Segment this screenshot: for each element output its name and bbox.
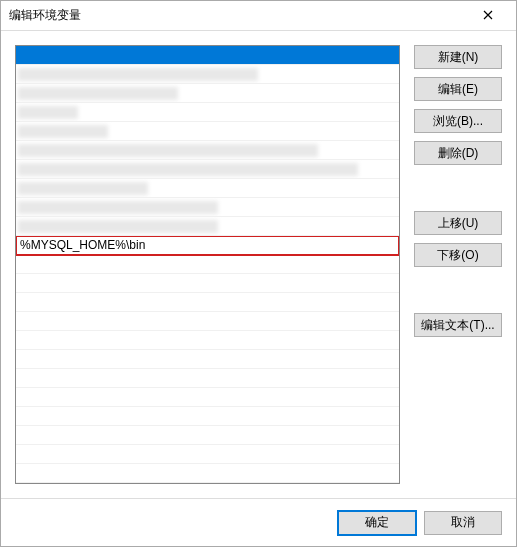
list-item[interactable] [16, 388, 399, 407]
list-item[interactable] [16, 369, 399, 388]
dialog-title: 编辑环境变量 [9, 7, 468, 24]
list-item[interactable] [16, 46, 399, 65]
list-item[interactable] [16, 84, 399, 103]
list-item[interactable] [16, 426, 399, 445]
list-item[interactable] [16, 160, 399, 179]
list-item[interactable] [16, 274, 399, 293]
dialog-footer: 确定 取消 [1, 498, 516, 546]
browse-button[interactable]: 浏览(B)... [414, 109, 502, 133]
close-icon [483, 9, 493, 23]
list-item[interactable] [16, 141, 399, 160]
delete-button[interactable]: 删除(D) [414, 141, 502, 165]
move-down-button[interactable]: 下移(O) [414, 243, 502, 267]
content-area: %MYSQL_HOME%\bin 新建(N) 编辑(E) 浏览(B)... 删除… [1, 31, 516, 498]
move-up-button[interactable]: 上移(U) [414, 211, 502, 235]
list-item[interactable] [16, 217, 399, 236]
list-item-highlighted[interactable]: %MYSQL_HOME%\bin [16, 236, 399, 255]
cancel-button[interactable]: 取消 [424, 511, 502, 535]
edit-text-button[interactable]: 编辑文本(T)... [414, 313, 502, 337]
list-item[interactable] [16, 312, 399, 331]
new-button[interactable]: 新建(N) [414, 45, 502, 69]
list-item[interactable] [16, 179, 399, 198]
list-item[interactable] [16, 198, 399, 217]
env-var-dialog: 编辑环境变量 %MYSQL_HOME%\bin [0, 0, 517, 547]
path-listbox[interactable]: %MYSQL_HOME%\bin [15, 45, 400, 484]
list-item[interactable] [16, 65, 399, 84]
close-button[interactable] [468, 2, 508, 30]
list-item[interactable] [16, 407, 399, 426]
spacer [414, 275, 502, 305]
list-item[interactable] [16, 464, 399, 483]
list-item[interactable] [16, 350, 399, 369]
list-item[interactable] [16, 293, 399, 312]
list-item[interactable] [16, 255, 399, 274]
button-column: 新建(N) 编辑(E) 浏览(B)... 删除(D) 上移(U) 下移(O) 编… [414, 45, 502, 484]
ok-button[interactable]: 确定 [338, 511, 416, 535]
edit-button[interactable]: 编辑(E) [414, 77, 502, 101]
list-item[interactable] [16, 103, 399, 122]
list-item[interactable] [16, 445, 399, 464]
titlebar: 编辑环境变量 [1, 1, 516, 31]
spacer [414, 173, 502, 203]
list-item[interactable] [16, 122, 399, 141]
list-item[interactable] [16, 331, 399, 350]
